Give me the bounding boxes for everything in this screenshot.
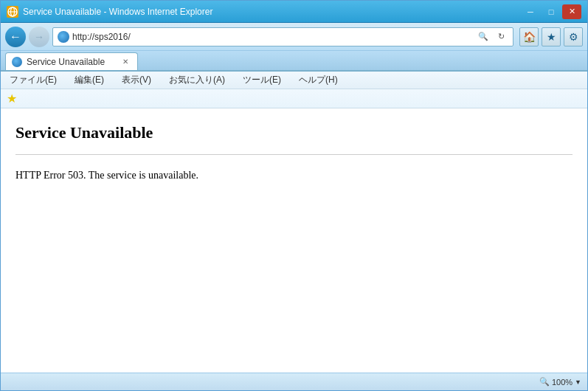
- forward-button[interactable]: →: [29, 27, 49, 47]
- title-bar-left: Service Unavailable - Windows Internet E…: [7, 6, 212, 18]
- tab-label: Service Unavailable: [27, 57, 105, 67]
- browser-window: Service Unavailable - Windows Internet E…: [0, 0, 588, 391]
- page-divider: [15, 154, 573, 155]
- address-input[interactable]: [72, 32, 473, 42]
- browser-icon: [7, 6, 18, 18]
- favorites-bar: ★: [1, 89, 587, 108]
- menu-tools[interactable]: ツール(E): [240, 72, 284, 88]
- minimize-button[interactable]: ─: [521, 4, 540, 19]
- menu-bar: ファイル(E) 編集(E) 表示(V) お気に入り(A) ツール(E) ヘルプ(…: [1, 72, 587, 89]
- page-title: Service Unavailable: [15, 123, 573, 142]
- page-content: Service Unavailable HTTP Error 503. The …: [1, 108, 587, 196]
- menu-view[interactable]: 表示(V): [119, 72, 154, 88]
- nav-right-buttons: 🏠 ★ ⚙: [519, 27, 583, 46]
- tab-favicon: [12, 57, 22, 67]
- zoom-icon: 🔍: [539, 377, 550, 387]
- zoom-control[interactable]: 🔍 100% ▼: [539, 377, 581, 387]
- title-bar: Service Unavailable - Windows Internet E…: [1, 1, 587, 23]
- menu-file[interactable]: ファイル(E): [7, 72, 60, 88]
- navigation-bar: ← → 🔍 ↻ 🏠 ★ ⚙: [1, 23, 587, 51]
- tab-service-unavailable[interactable]: Service Unavailable ✕: [5, 52, 138, 70]
- tab-close-button[interactable]: ✕: [120, 56, 131, 68]
- zoom-level: 100%: [552, 378, 573, 387]
- menu-favorites[interactable]: お気に入り(A): [166, 72, 228, 88]
- window-controls: ─ □ ✕: [521, 4, 581, 19]
- home-button[interactable]: 🏠: [519, 27, 539, 46]
- favorites-button[interactable]: ★: [542, 27, 561, 46]
- refresh-button[interactable]: ↻: [494, 30, 508, 44]
- address-search-button[interactable]: 🔍: [476, 30, 491, 44]
- maximize-button[interactable]: □: [542, 4, 561, 19]
- menu-edit[interactable]: 編集(E): [72, 72, 107, 88]
- status-bar: 🔍 100% ▼: [1, 373, 587, 390]
- favorites-star-icon[interactable]: ★: [7, 91, 17, 105]
- settings-button[interactable]: ⚙: [564, 27, 583, 46]
- address-bar-icon: [58, 31, 69, 43]
- menu-help[interactable]: ヘルプ(H): [296, 72, 341, 88]
- browser-content[interactable]: Service Unavailable HTTP Error 503. The …: [1, 108, 587, 373]
- page-error-message: HTTP Error 503. The service is unavailab…: [15, 170, 573, 181]
- title-bar-text: Service Unavailable - Windows Internet E…: [23, 7, 212, 17]
- zoom-dropdown-icon[interactable]: ▼: [575, 378, 581, 386]
- close-button[interactable]: ✕: [562, 4, 581, 19]
- back-button[interactable]: ←: [5, 27, 26, 47]
- tab-bar: Service Unavailable ✕: [1, 51, 587, 72]
- address-bar: 🔍 ↻: [52, 27, 513, 46]
